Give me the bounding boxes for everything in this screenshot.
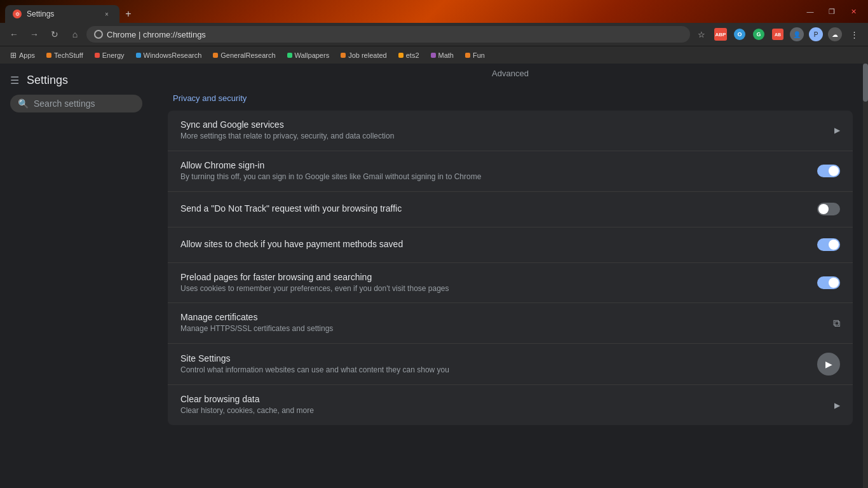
profile-icon[interactable]: P [807, 25, 825, 43]
title-bar: ⚙ Settings × + — ❐ ✕ [0, 0, 868, 23]
extension-icon-4[interactable]: AB [769, 25, 787, 43]
account-icon[interactable]: 👤 [788, 25, 806, 43]
row-title-donottrack: Send a "Do Not Track" request with your … [180, 203, 817, 214]
site-settings-circle-button[interactable]: ▶ [817, 353, 840, 376]
bookmark-wallpapers[interactable]: Wallpapers [282, 50, 335, 60]
settings-row-cleardata[interactable]: Clear browsing data Clear history, cooki… [168, 385, 853, 425]
bookmark-energy[interactable]: Energy [90, 50, 130, 60]
row-control-signin[interactable] [817, 165, 840, 177]
search-input[interactable] [34, 98, 135, 109]
omnibar[interactable]: Chrome | chrome://settings [86, 26, 690, 43]
row-subtitle-cleardata: Clear history, cookies, cache, and more [180, 405, 834, 416]
toggle-preload[interactable] [817, 276, 840, 289]
advanced-label: Advanced [153, 64, 868, 88]
bookmark-ets2[interactable]: ets2 [393, 50, 424, 60]
row-text-payment: Allow sites to check if you have payment… [180, 239, 817, 250]
sync-icon[interactable]: ☁ [826, 25, 844, 43]
row-control-payment[interactable] [817, 238, 840, 251]
row-title-signin: Allow Chrome sign-in [180, 160, 817, 170]
extension-icon-3[interactable]: G [750, 25, 768, 43]
row-title-certificates: Manage certificates [180, 312, 833, 322]
external-link-icon: ⧉ [833, 318, 840, 329]
row-text-sync: Sync and Google services More settings t… [180, 119, 834, 142]
settings-row-payment[interactable]: Allow sites to check if you have payment… [168, 227, 853, 263]
bookmark-windowsresearch[interactable]: WindowsResearch [131, 50, 207, 60]
toggle-signin[interactable] [817, 165, 840, 177]
new-tab-button[interactable]: + [119, 5, 137, 23]
toggle-payment[interactable] [817, 238, 840, 251]
row-text-sitesettings: Site Settings Control what information w… [180, 353, 817, 376]
settings-content: Advanced Privacy and security Sync and G… [153, 64, 868, 488]
row-text-preload: Preload pages for faster browsing and se… [180, 272, 817, 294]
bookmark-math[interactable]: Math [426, 50, 459, 60]
row-subtitle-signin: By turning this off, you can sign in to … [180, 172, 817, 182]
close-button[interactable]: ✕ [844, 5, 863, 18]
settings-row-donottrack[interactable]: Send a "Do Not Track" request with your … [168, 192, 853, 227]
scrollbar-thumb[interactable] [863, 64, 868, 102]
reload-button[interactable]: ↻ [46, 25, 64, 43]
bookmark-label: TechStuff [54, 51, 83, 59]
row-control-donottrack[interactable] [817, 203, 840, 215]
browser-name: Chrome [107, 30, 136, 39]
row-text-certificates: Manage certificates Manage HTTPS/SSL cer… [180, 312, 833, 334]
row-subtitle-certificates: Manage HTTPS/SSL certificates and settin… [180, 323, 833, 334]
row-title-payment: Allow sites to check if you have payment… [180, 239, 817, 249]
tab-close-button[interactable]: × [102, 9, 112, 19]
arrow-icon: ▶ [834, 401, 840, 410]
settings-row-certificates[interactable]: Manage certificates Manage HTTPS/SSL cer… [168, 303, 853, 344]
restore-button[interactable]: ❐ [822, 5, 841, 18]
settings-sidebar: ☰ Settings 🔍 [0, 64, 153, 488]
home-button[interactable]: ⌂ [66, 25, 84, 43]
row-control-cleardata: ▶ [834, 401, 840, 410]
row-text-cleardata: Clear browsing data Clear history, cooki… [180, 394, 834, 416]
row-subtitle-sitesettings: Control what information websites can us… [180, 365, 817, 376]
row-control-sync: ▶ [834, 126, 840, 135]
bookmark-dot [431, 53, 436, 58]
bookmark-apps[interactable]: ⊞ Apps [5, 50, 40, 61]
bookmark-label: Fun [473, 51, 485, 59]
row-subtitle-preload: Uses cookies to remember your preference… [180, 283, 817, 294]
row-control-preload[interactable] [817, 276, 840, 289]
abp-extension-icon[interactable]: ABP [712, 25, 729, 43]
security-icon [94, 30, 103, 39]
settings-row-sitesettings[interactable]: Site Settings Control what information w… [168, 344, 853, 385]
sidebar-menu-icon[interactable]: ☰ [10, 74, 19, 86]
url-display: Chrome | chrome://settings [107, 30, 682, 39]
settings-row-signin[interactable]: Allow Chrome sign-in By turning this off… [168, 151, 853, 192]
tab-favicon: ⚙ [13, 10, 22, 18]
settings-row-sync[interactable]: Sync and Google services More settings t… [168, 111, 853, 151]
bookmark-label: Math [438, 51, 454, 59]
privacy-security-card: Sync and Google services More settings t… [168, 111, 853, 425]
back-button[interactable]: ← [5, 25, 23, 43]
search-icon: 🔍 [18, 98, 29, 109]
bookmark-dot [46, 53, 51, 58]
row-title-preload: Preload pages for faster browsing and se… [180, 272, 817, 282]
toggle-donottrack[interactable] [817, 203, 840, 215]
browser-toolbar: ← → ↻ ⌂ Chrome | chrome://settings ☆ ABP… [0, 23, 868, 46]
bookmark-generalresearch[interactable]: GeneralResearch [208, 50, 280, 60]
window-controls: — ❐ ✕ [801, 5, 863, 18]
search-bar[interactable]: 🔍 [10, 95, 142, 112]
active-tab[interactable]: ⚙ Settings × [5, 5, 119, 23]
sidebar-title: Settings [27, 74, 68, 87]
row-title-cleardata: Clear browsing data [180, 394, 834, 404]
star-button[interactable]: ☆ [693, 25, 710, 43]
tab-strip: ⚙ Settings × + [5, 0, 798, 23]
bookmark-label: Apps [19, 51, 35, 59]
row-text-signin: Allow Chrome sign-in By turning this off… [180, 160, 817, 182]
settings-row-preload[interactable]: Preload pages for faster browsing and se… [168, 263, 853, 304]
row-subtitle-sync: More settings that relate to privacy, se… [180, 131, 834, 142]
opera-extension-icon[interactable]: O [731, 25, 749, 43]
minimize-button[interactable]: — [801, 5, 820, 18]
forward-button[interactable]: → [25, 25, 43, 43]
bookmark-dot [213, 53, 218, 58]
scrollbar-track[interactable] [863, 64, 868, 488]
menu-button[interactable]: ⋮ [845, 25, 863, 43]
bookmark-label: Job releated [348, 51, 387, 59]
row-control-sitesettings[interactable]: ▶ [817, 353, 840, 376]
bookmark-label: Wallpapers [295, 51, 330, 59]
bookmark-fun[interactable]: Fun [460, 50, 490, 60]
bookmark-label: GeneralResearch [220, 51, 275, 59]
bookmark-techstuff[interactable]: TechStuff [41, 50, 88, 60]
bookmark-jobreleated[interactable]: Job releated [336, 50, 392, 60]
